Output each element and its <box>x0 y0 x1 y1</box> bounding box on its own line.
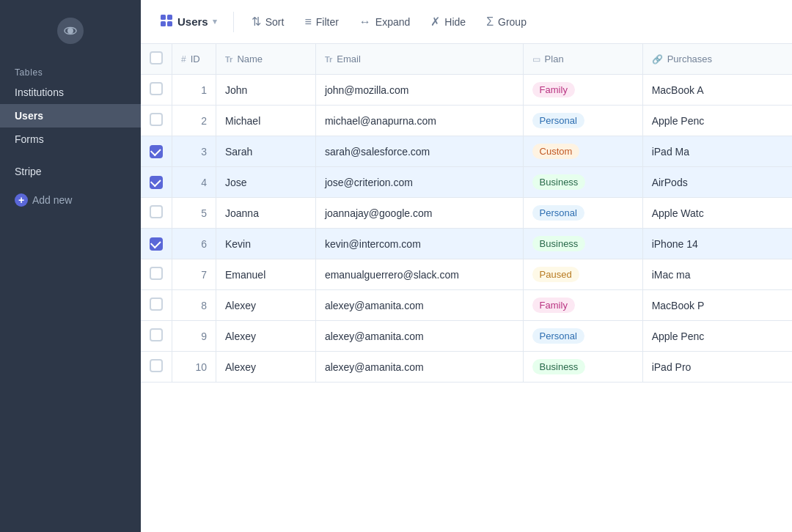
row-checkbox-cell[interactable] <box>141 290 172 321</box>
th-name-label: Name <box>237 53 263 64</box>
th-checkbox[interactable] <box>141 44 172 75</box>
add-new-button[interactable]: + Add new <box>0 186 141 214</box>
table-row: 9 Alexey alexey@amanita.com Personal App… <box>141 321 792 352</box>
row-name: Joanna <box>216 198 316 229</box>
sidebar-item-forms[interactable]: Forms <box>0 128 141 151</box>
th-name: Tr Name <box>216 44 316 75</box>
row-checkbox[interactable] <box>150 205 163 218</box>
sidebar-item-stripe[interactable]: Stripe <box>0 160 141 183</box>
expand-button[interactable]: ↔ Expand <box>351 11 419 33</box>
group-label: Group <box>498 16 527 28</box>
row-name: Emanuel <box>216 259 316 290</box>
row-checkbox-cell[interactable] <box>141 75 172 106</box>
plan-badge: Family <box>532 298 575 313</box>
row-name: John <box>216 75 316 106</box>
plan-badge: Business <box>532 236 586 251</box>
forms-label: Forms <box>15 133 44 145</box>
table-row: 8 Alexey alexey@amanita.com Family MacBo… <box>141 290 792 321</box>
row-checkbox[interactable] <box>150 267 163 280</box>
row-checkbox-cell[interactable] <box>141 167 172 198</box>
svg-rect-4 <box>161 21 166 26</box>
dropdown-icon: ▾ <box>213 17 217 26</box>
row-checkbox[interactable] <box>150 176 163 189</box>
table-row: 1 John john@mozilla.com Family MacBook A <box>141 75 792 106</box>
row-email: alexey@amanita.com <box>315 321 523 352</box>
row-checkbox-cell[interactable] <box>141 321 172 352</box>
row-email: michael@anapurna.com <box>315 106 523 136</box>
row-checkbox-cell[interactable] <box>141 259 172 290</box>
svg-rect-2 <box>161 15 166 20</box>
plan-badge: Business <box>532 174 586 190</box>
row-plan: Business <box>523 229 642 259</box>
hide-button[interactable]: ✗ Hide <box>422 10 474 33</box>
row-id: 10 <box>172 352 216 383</box>
row-purchase: Apple Penc <box>642 106 792 136</box>
row-name: Alexey <box>216 352 316 383</box>
group-icon: Σ <box>486 15 494 29</box>
table-container: # ID Tr Name Tr Email <box>141 44 792 532</box>
hide-icon: ✗ <box>430 15 440 29</box>
row-id: 6 <box>172 229 216 259</box>
row-checkbox[interactable] <box>150 82 163 95</box>
stripe-label: Stripe <box>15 166 42 177</box>
expand-label: Expand <box>375 16 410 28</box>
row-email: emanualguerrero@slack.com <box>315 259 523 290</box>
sidebar-item-institutions[interactable]: Institutions <box>0 81 141 104</box>
row-email: joannajay@google.com <box>315 198 523 229</box>
row-email: kevin@intercom.com <box>315 229 523 259</box>
filter-button[interactable]: ≡ Filter <box>296 11 347 33</box>
table-row: 10 Alexey alexey@amanita.com Business iP… <box>141 352 792 383</box>
plan-badge: Family <box>532 82 575 97</box>
row-name: Alexey <box>216 321 316 352</box>
row-plan: Custom <box>523 136 642 167</box>
sort-button[interactable]: ⇅ Sort <box>243 10 293 33</box>
row-id: 8 <box>172 290 216 321</box>
sidebar-item-users[interactable]: Users <box>0 104 141 128</box>
row-purchase: iPad Pro <box>642 352 792 383</box>
filter-icon: ≡ <box>304 15 311 29</box>
row-checkbox-cell[interactable] <box>141 229 172 259</box>
select-all-checkbox[interactable] <box>150 51 163 64</box>
expand-icon: ↔ <box>359 15 371 29</box>
row-checkbox[interactable] <box>150 145 163 158</box>
row-plan: Personal <box>523 198 642 229</box>
row-checkbox[interactable] <box>150 298 163 311</box>
group-button[interactable]: Σ Group <box>477 11 535 33</box>
row-checkbox-cell[interactable] <box>141 106 172 136</box>
row-plan: Business <box>523 167 642 198</box>
row-name: Jose <box>216 167 316 198</box>
table-row: 2 Michael michael@anapurna.com Personal … <box>141 106 792 136</box>
row-checkbox[interactable] <box>150 237 163 251</box>
plan-badge: Paused <box>532 267 579 282</box>
row-name: Sarah <box>216 136 316 167</box>
row-checkbox-cell[interactable] <box>141 352 172 383</box>
row-plan: Family <box>523 75 642 106</box>
th-id-label: ID <box>191 53 200 64</box>
row-id: 9 <box>172 321 216 352</box>
row-name: Alexey <box>216 290 316 321</box>
hide-label: Hide <box>444 16 466 28</box>
row-name: Michael <box>216 106 316 136</box>
row-checkbox[interactable] <box>150 359 163 372</box>
row-plan: Family <box>523 290 642 321</box>
main-content: Users ▾ ⇅ Sort ≡ Filter ↔ Expand ✗ Hide … <box>141 0 792 532</box>
row-purchase: iPhone 14 <box>642 229 792 259</box>
table-row: 6 Kevin kevin@intercom.com Business iPho… <box>141 229 792 259</box>
id-type-icon: # <box>181 54 186 64</box>
users-table: # ID Tr Name Tr Email <box>141 44 792 383</box>
table-name-button[interactable]: Users ▾ <box>153 10 224 34</box>
th-id: # ID <box>172 44 216 75</box>
row-id: 1 <box>172 75 216 106</box>
th-plan-label: Plan <box>545 53 564 64</box>
toolbar-divider <box>233 12 234 32</box>
table-row: 5 Joanna joannajay@google.com Personal A… <box>141 198 792 229</box>
row-checkbox-cell[interactable] <box>141 136 172 167</box>
row-email: john@mozilla.com <box>315 75 523 106</box>
row-checkbox-cell[interactable] <box>141 198 172 229</box>
row-checkbox[interactable] <box>150 328 163 341</box>
row-plan: Business <box>523 352 642 383</box>
row-id: 2 <box>172 106 216 136</box>
row-purchase: Apple Watc <box>642 198 792 229</box>
row-checkbox[interactable] <box>150 113 163 126</box>
plan-badge: Business <box>532 359 586 374</box>
